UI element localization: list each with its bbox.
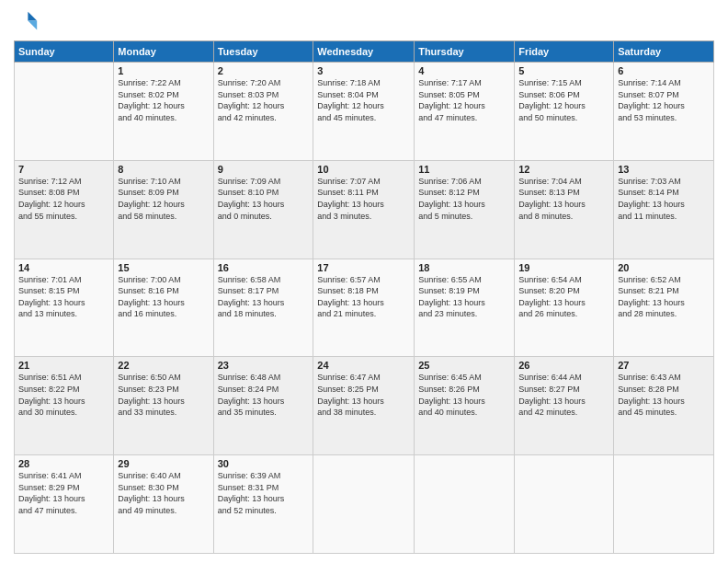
day-info: Sunrise: 7:12 AM Sunset: 8:08 PM Dayligh… (18, 176, 109, 222)
day-number: 18 (418, 262, 510, 273)
day-cell: 13Sunrise: 7:03 AM Sunset: 8:14 PM Dayli… (614, 160, 714, 259)
header-cell-sunday: Sunday (15, 41, 114, 63)
week-row-1: 1Sunrise: 7:22 AM Sunset: 8:02 PM Daylig… (15, 63, 714, 161)
day-info: Sunrise: 6:51 AM Sunset: 8:22 PM Dayligh… (18, 372, 109, 418)
day-cell: 25Sunrise: 6:45 AM Sunset: 8:26 PM Dayli… (415, 357, 515, 455)
day-number: 28 (18, 458, 109, 469)
day-info: Sunrise: 6:43 AM Sunset: 8:28 PM Dayligh… (618, 372, 710, 418)
day-number: 19 (518, 262, 609, 273)
day-number: 5 (518, 65, 609, 76)
day-cell: 9Sunrise: 7:09 AM Sunset: 8:10 PM Daylig… (213, 160, 313, 259)
day-info: Sunrise: 7:22 AM Sunset: 8:02 PM Dayligh… (118, 77, 209, 123)
day-cell: 3Sunrise: 7:18 AM Sunset: 8:04 PM Daylig… (313, 63, 415, 161)
header-cell-friday: Friday (515, 41, 614, 63)
day-info: Sunrise: 6:57 AM Sunset: 8:18 PM Dayligh… (317, 274, 410, 320)
week-row-5: 28Sunrise: 6:41 AM Sunset: 8:29 PM Dayli… (15, 455, 714, 554)
day-info: Sunrise: 7:04 AM Sunset: 8:13 PM Dayligh… (518, 176, 609, 222)
day-number: 6 (618, 65, 710, 76)
svg-marker-0 (28, 12, 37, 21)
day-number: 17 (317, 262, 410, 273)
day-cell: 26Sunrise: 6:44 AM Sunset: 8:27 PM Dayli… (515, 357, 614, 455)
header-cell-saturday: Saturday (614, 41, 714, 63)
day-info: Sunrise: 6:39 AM Sunset: 8:31 PM Dayligh… (218, 470, 310, 516)
day-number: 16 (218, 262, 310, 273)
day-info: Sunrise: 6:45 AM Sunset: 8:26 PM Dayligh… (418, 372, 510, 418)
day-cell: 14Sunrise: 7:01 AM Sunset: 8:15 PM Dayli… (15, 259, 114, 357)
day-cell: 30Sunrise: 6:39 AM Sunset: 8:31 PM Dayli… (213, 455, 313, 554)
day-cell: 12Sunrise: 7:04 AM Sunset: 8:13 PM Dayli… (515, 160, 614, 259)
day-cell: 4Sunrise: 7:17 AM Sunset: 8:05 PM Daylig… (415, 63, 515, 161)
day-info: Sunrise: 6:50 AM Sunset: 8:23 PM Dayligh… (118, 372, 209, 418)
day-number: 21 (18, 360, 109, 371)
svg-marker-1 (28, 21, 37, 30)
day-cell: 2Sunrise: 7:20 AM Sunset: 8:03 PM Daylig… (213, 63, 313, 161)
day-cell: 18Sunrise: 6:55 AM Sunset: 8:19 PM Dayli… (415, 259, 515, 357)
day-number: 23 (218, 360, 310, 371)
day-info: Sunrise: 7:10 AM Sunset: 8:09 PM Dayligh… (118, 176, 209, 222)
day-cell: 23Sunrise: 6:48 AM Sunset: 8:24 PM Dayli… (213, 357, 313, 455)
day-info: Sunrise: 6:48 AM Sunset: 8:24 PM Dayligh… (218, 372, 310, 418)
day-number: 20 (618, 262, 710, 273)
day-info: Sunrise: 6:47 AM Sunset: 8:25 PM Dayligh… (317, 372, 410, 418)
page: SundayMondayTuesdayWednesdayThursdayFrid… (0, 0, 728, 563)
day-info: Sunrise: 7:03 AM Sunset: 8:14 PM Dayligh… (618, 176, 710, 222)
week-row-2: 7Sunrise: 7:12 AM Sunset: 8:08 PM Daylig… (15, 160, 714, 259)
day-info: Sunrise: 7:18 AM Sunset: 8:04 PM Dayligh… (317, 77, 410, 123)
day-cell (313, 455, 415, 554)
header-cell-thursday: Thursday (415, 41, 515, 63)
header (14, 9, 714, 35)
day-cell: 16Sunrise: 6:58 AM Sunset: 8:17 PM Dayli… (213, 259, 313, 357)
day-cell: 5Sunrise: 7:15 AM Sunset: 8:06 PM Daylig… (515, 63, 614, 161)
day-number: 13 (618, 164, 710, 175)
day-cell: 1Sunrise: 7:22 AM Sunset: 8:02 PM Daylig… (114, 63, 213, 161)
day-cell: 20Sunrise: 6:52 AM Sunset: 8:21 PM Dayli… (614, 259, 714, 357)
day-number: 11 (418, 164, 510, 175)
calendar-table: SundayMondayTuesdayWednesdayThursdayFrid… (14, 40, 714, 554)
day-info: Sunrise: 7:07 AM Sunset: 8:11 PM Dayligh… (317, 176, 410, 222)
day-number: 1 (118, 65, 209, 76)
day-number: 29 (118, 458, 209, 469)
day-info: Sunrise: 6:52 AM Sunset: 8:21 PM Dayligh… (618, 274, 710, 320)
day-number: 27 (618, 360, 710, 371)
day-cell (614, 455, 714, 554)
logo (14, 9, 43, 35)
day-number: 10 (317, 164, 410, 175)
day-number: 26 (518, 360, 609, 371)
day-number: 12 (518, 164, 609, 175)
day-cell: 7Sunrise: 7:12 AM Sunset: 8:08 PM Daylig… (15, 160, 114, 259)
day-info: Sunrise: 6:54 AM Sunset: 8:20 PM Dayligh… (518, 274, 609, 320)
day-cell: 11Sunrise: 7:06 AM Sunset: 8:12 PM Dayli… (415, 160, 515, 259)
day-cell (515, 455, 614, 554)
day-number: 15 (118, 262, 209, 273)
day-cell: 17Sunrise: 6:57 AM Sunset: 8:18 PM Dayli… (313, 259, 415, 357)
week-row-4: 21Sunrise: 6:51 AM Sunset: 8:22 PM Dayli… (15, 357, 714, 455)
day-cell: 29Sunrise: 6:40 AM Sunset: 8:30 PM Dayli… (114, 455, 213, 554)
day-info: Sunrise: 7:06 AM Sunset: 8:12 PM Dayligh… (418, 176, 510, 222)
day-number: 22 (118, 360, 209, 371)
week-row-3: 14Sunrise: 7:01 AM Sunset: 8:15 PM Dayli… (15, 259, 714, 357)
day-number: 9 (218, 164, 310, 175)
day-cell: 24Sunrise: 6:47 AM Sunset: 8:25 PM Dayli… (313, 357, 415, 455)
day-info: Sunrise: 6:41 AM Sunset: 8:29 PM Dayligh… (18, 470, 109, 516)
day-cell (15, 63, 114, 161)
day-info: Sunrise: 7:00 AM Sunset: 8:16 PM Dayligh… (118, 274, 209, 320)
day-cell: 28Sunrise: 6:41 AM Sunset: 8:29 PM Dayli… (15, 455, 114, 554)
day-number: 7 (18, 164, 109, 175)
day-number: 30 (218, 458, 310, 469)
day-number: 3 (317, 65, 410, 76)
day-info: Sunrise: 6:55 AM Sunset: 8:19 PM Dayligh… (418, 274, 510, 320)
day-cell (415, 455, 515, 554)
day-info: Sunrise: 7:09 AM Sunset: 8:10 PM Dayligh… (218, 176, 310, 222)
header-cell-wednesday: Wednesday (313, 41, 415, 63)
day-number: 4 (418, 65, 510, 76)
header-cell-monday: Monday (114, 41, 213, 63)
calendar-body: 1Sunrise: 7:22 AM Sunset: 8:02 PM Daylig… (15, 63, 714, 554)
day-info: Sunrise: 7:17 AM Sunset: 8:05 PM Dayligh… (418, 77, 510, 123)
header-cell-tuesday: Tuesday (213, 41, 313, 63)
day-number: 25 (418, 360, 510, 371)
day-cell: 10Sunrise: 7:07 AM Sunset: 8:11 PM Dayli… (313, 160, 415, 259)
day-info: Sunrise: 7:01 AM Sunset: 8:15 PM Dayligh… (18, 274, 109, 320)
day-cell: 8Sunrise: 7:10 AM Sunset: 8:09 PM Daylig… (114, 160, 213, 259)
day-cell: 15Sunrise: 7:00 AM Sunset: 8:16 PM Dayli… (114, 259, 213, 357)
day-number: 14 (18, 262, 109, 273)
